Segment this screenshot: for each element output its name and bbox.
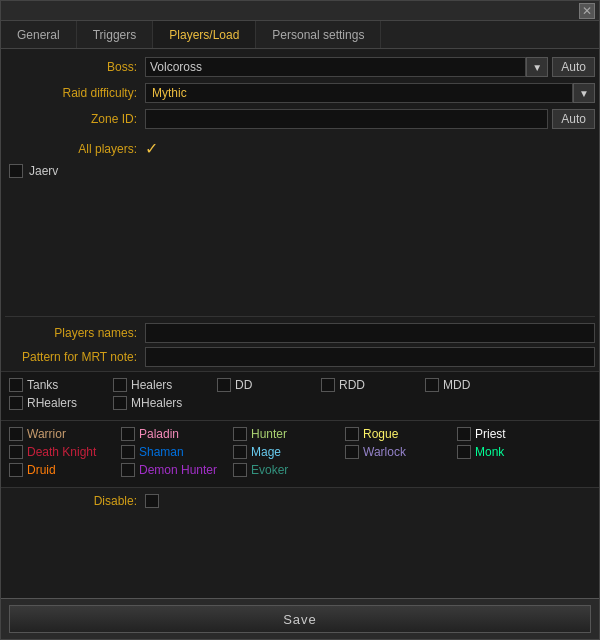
hunter-label: Hunter (251, 427, 287, 441)
rdd-label: RDD (339, 378, 365, 392)
druid-checkbox[interactable] (9, 463, 23, 477)
difficulty-dropdown-btn[interactable]: ▼ (573, 83, 595, 103)
cb-healers: Healers (113, 378, 213, 392)
role-checkboxes-section: Tanks Healers DD RDD MDD (1, 371, 599, 421)
tab-personal-settings[interactable]: Personal settings (256, 21, 381, 48)
tab-bar: General Triggers Players/Load Personal s… (1, 21, 599, 49)
cb-rhealers: RHealers (9, 396, 109, 410)
cb-demon-hunter: Demon Hunter (121, 463, 231, 477)
warrior-label: Warrior (27, 427, 66, 441)
shaman-label: Shaman (139, 445, 184, 459)
save-bar: Save (1, 598, 599, 639)
mage-checkbox[interactable] (233, 445, 247, 459)
boss-auto-button[interactable]: Auto (552, 57, 595, 77)
hunter-checkbox[interactable] (233, 427, 247, 441)
disable-row: Disable: (1, 488, 599, 514)
cb-shaman: Shaman (121, 445, 231, 459)
boss-input[interactable] (145, 57, 526, 77)
priest-label: Priest (475, 427, 506, 441)
monk-checkbox[interactable] (457, 445, 471, 459)
priest-checkbox[interactable] (457, 427, 471, 441)
players-names-input[interactable] (145, 323, 595, 343)
pattern-mrt-label: Pattern for MRT note: (5, 350, 145, 364)
cb-rogue: Rogue (345, 427, 455, 441)
shaman-checkbox[interactable] (121, 445, 135, 459)
cb-death-knight: Death Knight (9, 445, 119, 459)
zone-id-label: Zone ID: (5, 112, 145, 126)
warrior-checkbox[interactable] (9, 427, 23, 441)
rhealers-checkbox[interactable] (9, 396, 23, 410)
tab-general[interactable]: General (1, 21, 77, 48)
role-row-2: RHealers MHealers (9, 396, 591, 410)
paladin-checkbox[interactable] (121, 427, 135, 441)
all-players-label: All players: (5, 142, 145, 156)
tab-players-load[interactable]: Players/Load (153, 21, 256, 48)
cb-mage: Mage (233, 445, 343, 459)
healers-checkbox[interactable] (113, 378, 127, 392)
tab-triggers[interactable]: Triggers (77, 21, 154, 48)
warlock-checkbox[interactable] (345, 445, 359, 459)
cb-mhealers: MHealers (113, 396, 213, 410)
cb-warlock: Warlock (345, 445, 455, 459)
disable-checkbox[interactable] (145, 494, 159, 508)
save-button[interactable]: Save (9, 605, 591, 633)
close-button[interactable]: ✕ (579, 3, 595, 19)
raid-difficulty-row: Raid difficulty: Mythic ▼ (1, 83, 599, 103)
monk-label: Monk (475, 445, 504, 459)
player-checkbox[interactable] (9, 164, 23, 178)
rogue-label: Rogue (363, 427, 398, 441)
cb-rdd: RDD (321, 378, 421, 392)
cb-monk: Monk (457, 445, 567, 459)
rogue-checkbox[interactable] (345, 427, 359, 441)
demon-hunter-label: Demon Hunter (139, 463, 217, 477)
pattern-mrt-input[interactable] (145, 347, 595, 367)
cb-druid: Druid (9, 463, 119, 477)
mhealers-label: MHealers (131, 396, 182, 410)
tanks-checkbox[interactable] (9, 378, 23, 392)
main-window: ✕ General Triggers Players/Load Personal… (0, 0, 600, 640)
mdd-checkbox[interactable] (425, 378, 439, 392)
cb-dd: DD (217, 378, 317, 392)
evoker-checkbox[interactable] (233, 463, 247, 477)
cb-hunter: Hunter (233, 427, 343, 441)
main-content: Boss: ▼ Auto Raid difficulty: Mythic ▼ Z… (1, 49, 599, 598)
players-names-label: Players names: (5, 326, 145, 340)
role-row-1: Tanks Healers DD RDD MDD (9, 378, 591, 392)
boss-dropdown-btn[interactable]: ▼ (526, 57, 548, 77)
cb-mdd: MDD (425, 378, 525, 392)
title-bar: ✕ (1, 1, 599, 21)
mdd-label: MDD (443, 378, 470, 392)
mhealers-checkbox[interactable] (113, 396, 127, 410)
cb-evoker: Evoker (233, 463, 343, 477)
pattern-mrt-row: Pattern for MRT note: (1, 347, 599, 367)
raid-difficulty-label: Raid difficulty: (5, 86, 145, 100)
demon-hunter-checkbox[interactable] (121, 463, 135, 477)
zone-id-input[interactable] (145, 109, 548, 129)
disable-label: Disable: (5, 494, 145, 508)
boss-row: Boss: ▼ Auto (1, 57, 599, 77)
players-spacer (1, 180, 599, 310)
divider-1 (5, 316, 595, 317)
dd-checkbox[interactable] (217, 378, 231, 392)
rdd-checkbox[interactable] (321, 378, 335, 392)
healers-label: Healers (131, 378, 172, 392)
classes-section: Warrior Paladin Hunter Rogue Priest (1, 421, 599, 488)
difficulty-value: Mythic (152, 86, 187, 100)
class-row-3: Druid Demon Hunter Evoker (9, 463, 591, 477)
cb-warrior: Warrior (9, 427, 119, 441)
class-row-1: Warrior Paladin Hunter Rogue Priest (9, 427, 591, 441)
paladin-label: Paladin (139, 427, 179, 441)
cb-tanks: Tanks (9, 378, 109, 392)
cb-paladin: Paladin (121, 427, 231, 441)
all-players-row: All players: ✓ (1, 135, 599, 162)
class-row-2: Death Knight Shaman Mage Warlock Monk (9, 445, 591, 459)
tanks-label: Tanks (27, 378, 58, 392)
zone-auto-button[interactable]: Auto (552, 109, 595, 129)
death-knight-checkbox[interactable] (9, 445, 23, 459)
mage-label: Mage (251, 445, 281, 459)
evoker-label: Evoker (251, 463, 288, 477)
cb-priest: Priest (457, 427, 567, 441)
player-row: Jaerv (1, 162, 599, 180)
all-players-checkmark[interactable]: ✓ (145, 139, 158, 158)
druid-label: Druid (27, 463, 56, 477)
